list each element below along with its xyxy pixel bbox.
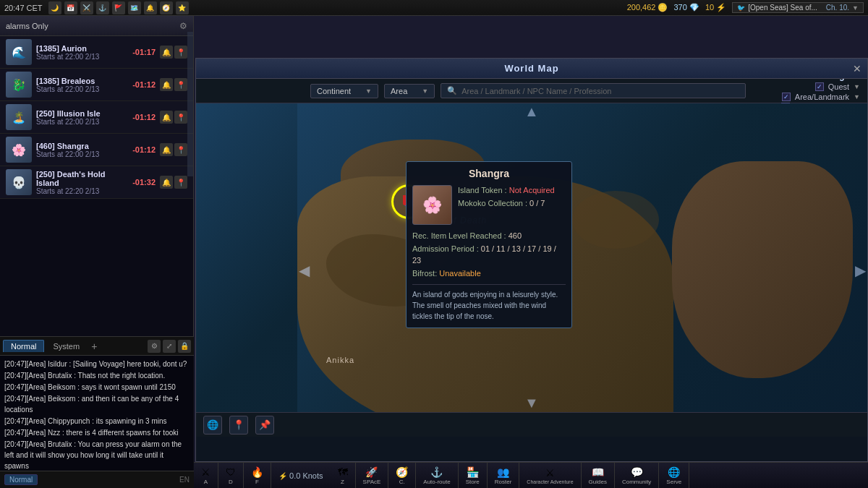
channel-info[interactable]: 🐦 [Open Seas] Sea of... Ch. 10. ▼ xyxy=(732,2,864,13)
legend-check-area[interactable]: ✓ xyxy=(782,93,791,101)
map-nav-down[interactable]: ▼ xyxy=(524,395,539,411)
taskbar-item-guides[interactable]: 📖 Guides xyxy=(582,463,615,488)
tooltip-image: 🌸 xyxy=(412,185,452,225)
alarm-bell-1[interactable]: 🔔 xyxy=(160,46,173,59)
alarm-avatar-5: 💀 xyxy=(6,169,32,195)
alarm-bell-4[interactable]: 🔔 xyxy=(160,143,173,156)
map-close-button[interactable]: ✕ xyxy=(853,63,861,74)
alarm-map-5[interactable]: 📍 xyxy=(174,176,187,189)
taskbar-icon-charadv: ⚔ xyxy=(545,467,555,479)
alarm-name-3: [250] Illusion Isle xyxy=(36,109,128,118)
map-title: World Map xyxy=(504,63,558,74)
taskbar-item-community[interactable]: 💬 Community xyxy=(615,463,659,488)
alarm-bell-5[interactable]: 🔔 xyxy=(160,176,173,189)
chat-tab-add[interactable]: + xyxy=(88,341,100,352)
calendar-icon[interactable]: 📅 xyxy=(64,1,77,14)
map-globe-btn[interactable]: 🌐 xyxy=(203,416,222,435)
chat-settings-icon[interactable]: ⚙ xyxy=(148,340,161,353)
taskbar-item-space[interactable]: 🚀 SPAcE xyxy=(356,463,389,488)
map-locate-btn[interactable]: 📍 xyxy=(229,416,248,435)
search-icon: 🔍 xyxy=(447,86,457,95)
alarm-item-5: 💀 [250] Death's Hold Island Starts at 22… xyxy=(0,166,193,199)
chat-lock-icon[interactable]: 🔒 xyxy=(178,340,191,353)
taskbar-label-f: F xyxy=(255,479,259,485)
rec-item-level-row: Rec. Item Level Reached : 460 xyxy=(412,231,566,241)
chat-msg-1: [20:47][Area] Isildur : [Sailing Voyage]… xyxy=(4,359,190,369)
map-pin-btn[interactable]: 📌 xyxy=(255,416,274,435)
taskbar-label-autoroute: Auto-route xyxy=(423,479,450,485)
legend-chevron-quest: ▼ xyxy=(854,83,860,90)
area-chevron: ▼ xyxy=(422,87,428,95)
map-icon2[interactable]: 🗺️ xyxy=(128,1,141,14)
alarm-countdown-2: -01:12 xyxy=(132,80,156,89)
chat-msg-6: [20:47][Area] Nzz : there is 4 different… xyxy=(4,427,190,438)
chat-tab-normal[interactable]: Normal xyxy=(3,340,44,352)
taskbar-item-f[interactable]: 🔥 F xyxy=(244,463,271,488)
topbar-icons: 🌙 📅 ⚔️ ⚓ 🚩 🗺️ 🔔 🧭 ⭐ xyxy=(48,1,627,14)
continent-chevron: ▼ xyxy=(365,87,372,95)
map-content[interactable]: Auto-route Set Auto-route destinations(M… xyxy=(196,103,867,437)
taskbar-item-d[interactable]: 🛡 D xyxy=(218,463,244,488)
taskbar-item-store[interactable]: 🏪 Store xyxy=(459,463,488,488)
chat-mode-badge[interactable]: Normal xyxy=(4,474,38,485)
alarm-map-4[interactable]: 📍 xyxy=(174,143,187,156)
continent-select[interactable]: Continent ▼ xyxy=(310,84,378,98)
tooltip-description: An island of gods enjoying in a leisurel… xyxy=(412,284,566,322)
taskbar-item-c[interactable]: 🧭 C. xyxy=(388,463,416,488)
chat-messages: [20:47][Area] Isildur : [Sailing Voyage]… xyxy=(0,356,194,471)
island-token-row: Island Token : Not Acquired xyxy=(458,185,566,196)
taskbar-icon-roster: 👥 xyxy=(497,466,509,478)
alarm-info-3: [250] Illusion Isle Starts at 22:00 2/13 xyxy=(36,109,128,126)
taskbar-label-d: D xyxy=(229,479,233,485)
map-nav-up[interactable]: ▲ xyxy=(524,103,539,120)
star-icon[interactable]: ⭐ xyxy=(176,1,189,14)
tooltip-title: Shangra xyxy=(412,168,566,179)
ship-icon[interactable]: ⚓ xyxy=(96,1,109,14)
resize-handle[interactable] xyxy=(187,32,193,176)
map-titlebar: World Map ✕ xyxy=(196,59,867,79)
taskbar: ⚔ A 🛡 D 🔥 F ⚡ 0.0 Knots 🗺 Z 🚀 SPAcE 🧭 C.… xyxy=(194,462,868,488)
alarm-map-2[interactable]: 📍 xyxy=(174,78,187,91)
alarm-name-5: [250] Death's Hold Island xyxy=(36,170,128,187)
area-select[interactable]: Area ▼ xyxy=(384,84,435,98)
alarm-name-1: [1385] Aurion xyxy=(36,44,128,53)
map-nav-right[interactable]: ▶ xyxy=(855,262,866,279)
taskbar-item-z[interactable]: 🗺 Z xyxy=(331,463,356,488)
taskbar-item-autoroute[interactable]: ⚓ Auto-route xyxy=(416,463,458,488)
alarm-icon2[interactable]: 🔔 xyxy=(144,1,157,14)
alarm-action-icons-1: 🔔 📍 xyxy=(160,46,187,59)
anikka-label: Anikka xyxy=(326,356,354,364)
sword-icon[interactable]: ⚔️ xyxy=(80,1,93,14)
legend-check-quest[interactable]: ✓ xyxy=(815,82,824,91)
alarm-countdown-1: -01:17 xyxy=(132,48,156,56)
topbar: 20:47 CET 🌙 📅 ⚔️ ⚓ 🚩 🗺️ 🔔 🧭 ⭐ 200,462 🪙 … xyxy=(0,0,868,16)
taskbar-label-space: SPAcE xyxy=(363,479,381,485)
alarm-item-4: 🌸 [460] Shangra Starts at 22:00 2/13 -01… xyxy=(0,134,193,166)
settings-icon[interactable]: ⚙ xyxy=(179,21,187,31)
taskbar-item-a[interactable]: ⚔ A xyxy=(194,463,218,488)
alarm-avatar-3: 🏝️ xyxy=(6,104,32,130)
taskbar-item-roster[interactable]: 👥 Roster xyxy=(488,463,520,488)
alarm-map-3[interactable]: 📍 xyxy=(174,111,187,124)
alarm-bell-3[interactable]: 🔔 xyxy=(160,111,173,124)
map-nav-left[interactable]: ◀ xyxy=(299,262,310,279)
chat-tab-system[interactable]: System xyxy=(46,341,87,352)
legend-chevron-area: ▼ xyxy=(854,93,860,100)
taskbar-label-server: Serve xyxy=(666,479,681,485)
compass-icon[interactable]: 🧭 xyxy=(160,1,173,14)
map-search-box[interactable]: 🔍 Area / Landmark / NPC Name / Professio… xyxy=(441,83,746,98)
tooltip-tags: Island Token : Not Acquired Mokoko Colle… xyxy=(458,185,566,225)
taskbar-icon-c: 🧭 xyxy=(396,466,408,478)
taskbar-item-server[interactable]: 🌐 Serve xyxy=(659,463,689,488)
chat-resize-icon[interactable]: ⤢ xyxy=(163,340,176,353)
alarm-header-label: alarms Only xyxy=(6,22,179,30)
taskbar-item-charadv[interactable]: ⚔ Character Adventure xyxy=(519,463,581,488)
taskbar-label-c: C. xyxy=(399,479,405,485)
flag-icon[interactable]: 🚩 xyxy=(112,1,125,14)
alarm-action-icons-2: 🔔 📍 xyxy=(160,78,187,91)
tooltip-content: 🌸 Island Token : Not Acquired Mokoko Col… xyxy=(412,185,566,225)
alarm-avatar-1: 🌊 xyxy=(6,39,32,65)
alarm-bell-2[interactable]: 🔔 xyxy=(160,78,173,91)
alarm-info-1: [1385] Aurion Starts at 22:00 2/13 xyxy=(36,44,128,61)
alarm-map-1[interactable]: 📍 xyxy=(174,46,187,59)
